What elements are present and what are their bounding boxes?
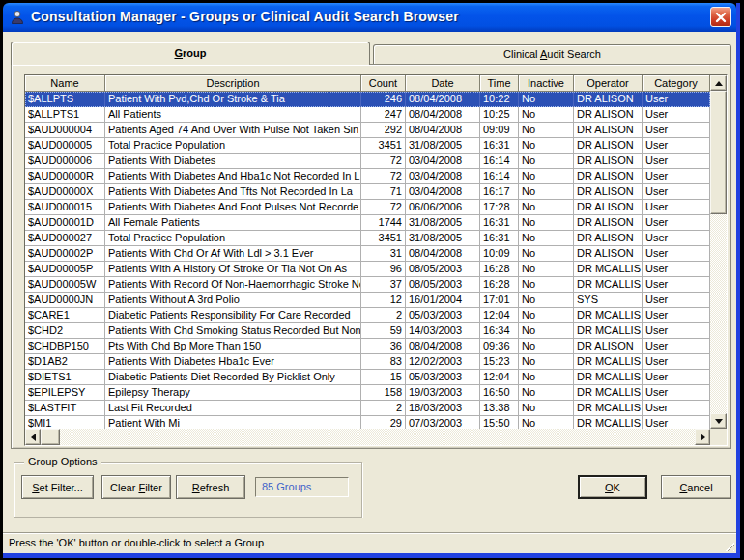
window-frame: Consultation Manager - Groups or Clinica… xyxy=(3,3,740,558)
clear-filter-button[interactable]: Clear Filter xyxy=(101,475,171,499)
cell-name: $AUD000005 xyxy=(25,138,105,154)
cell-time: 13:38 xyxy=(480,401,519,416)
cell-date: 03/04/2008 xyxy=(406,154,480,169)
refresh-button[interactable]: Refresh xyxy=(176,475,245,499)
cell-description: Patients With Chd Smoking Status Recorde… xyxy=(105,323,361,339)
cell-count: 158 xyxy=(361,385,406,401)
column-header-count[interactable]: Count xyxy=(361,75,406,92)
cell-operator: DR ALISON xyxy=(574,339,643,354)
resize-grip-icon[interactable] xyxy=(722,539,734,551)
table-row[interactable]: $ALLPTSPatient With Pvd,Chd Or Stroke & … xyxy=(25,92,710,107)
ok-button[interactable]: OK xyxy=(578,475,647,499)
cell-date: 05/03/2003 xyxy=(406,308,480,323)
table-row[interactable]: $ALLPTS1All Patients24708/04/200810:25No… xyxy=(25,107,710,123)
cell-inactive: No xyxy=(519,123,574,138)
cell-time: 16:31 xyxy=(480,138,519,154)
cell-date: 08/04/2008 xyxy=(406,123,480,138)
cell-category: User xyxy=(643,277,710,293)
table-row[interactable]: $AUD00005WPatients With Record Of Non-Ha… xyxy=(25,277,710,293)
cell-description: Patients With Diabetes Hba1c Ever xyxy=(105,354,361,370)
table-row[interactable]: $LASTFITLast Fit Recorded218/03/200313:3… xyxy=(25,401,710,416)
cell-operator: DR MCALLIS xyxy=(574,401,643,416)
table-row[interactable]: $CHD2Patients With Chd Smoking Status Re… xyxy=(25,323,710,339)
table-row[interactable]: $D1AB2Patients With Diabetes Hba1c Ever8… xyxy=(25,354,710,370)
vertical-scroll-thumb[interactable] xyxy=(710,91,727,214)
cell-name: $AUD00002P xyxy=(25,246,105,262)
close-button[interactable] xyxy=(710,7,731,27)
cell-name: $EPILEPSY xyxy=(25,385,105,401)
cell-inactive: No xyxy=(519,308,574,323)
table-row[interactable]: $AUD0000JNPatients Without A 3rd Polio12… xyxy=(25,293,710,308)
cell-time: 12:04 xyxy=(480,370,519,385)
cell-inactive: No xyxy=(519,416,574,429)
vertical-scrollbar[interactable] xyxy=(710,75,727,429)
set-filter-button[interactable]: Set Filter... xyxy=(21,475,94,499)
consultation-manager-window: Consultation Manager - Groups or Clinica… xyxy=(0,0,744,560)
column-header-date[interactable]: Date xyxy=(406,75,480,92)
cell-description: All Female Patients xyxy=(105,215,361,231)
cell-date: 31/08/2005 xyxy=(406,138,480,154)
tab-clinical-label-pre: Clinical xyxy=(503,48,540,60)
refresh-label-accel: R xyxy=(192,482,200,493)
titlebar[interactable]: Consultation Manager - Groups or Clinica… xyxy=(3,3,736,32)
cell-time: 10:25 xyxy=(480,107,519,123)
cell-time: 16:50 xyxy=(480,385,519,401)
cell-count: 3451 xyxy=(361,138,406,154)
table-row[interactable]: $AUD000006Patients With Diabetes7203/04/… xyxy=(25,154,710,169)
cell-date: 16/01/2004 xyxy=(406,293,480,308)
table-row[interactable]: $AUD00001DAll Female Patients174431/08/2… xyxy=(25,215,710,231)
cell-date: 31/08/2005 xyxy=(406,231,480,246)
cell-operator: DR MCALLIS xyxy=(574,262,643,277)
table-row[interactable]: $CHDBP150Pts With Chd Bp More Than 15036… xyxy=(25,339,710,354)
cell-operator: DR ALISON xyxy=(574,107,643,123)
cell-date: 18/03/2003 xyxy=(406,401,480,416)
cell-operator: DR ALISON xyxy=(574,92,643,107)
scroll-right-button[interactable] xyxy=(695,429,710,445)
table-row[interactable]: $AUD00000XPatients With Diabetes And Tft… xyxy=(25,184,710,200)
tab-clinical-audit-search[interactable]: Clinical Audit Search xyxy=(373,44,731,64)
cell-date: 07/03/2003 xyxy=(406,416,480,429)
cell-description: All Patients xyxy=(105,107,361,123)
cancel-button[interactable]: Cancel xyxy=(661,475,731,499)
table-row[interactable]: $AUD00005PPatients With A History Of Str… xyxy=(25,262,710,277)
column-header-time[interactable]: Time xyxy=(480,75,519,92)
tab-group[interactable]: Group xyxy=(11,42,370,65)
horizontal-scrollbar[interactable] xyxy=(25,429,710,445)
column-header-inactive[interactable]: Inactive xyxy=(519,75,574,92)
table-row[interactable]: $AUD000027Total Practice Population34513… xyxy=(25,231,710,246)
cell-time: 15:50 xyxy=(480,416,519,429)
table-row[interactable]: $MI1Patient With Mi2907/03/200315:50NoDR… xyxy=(25,416,710,429)
cell-date: 08/04/2008 xyxy=(406,92,480,107)
column-header-description[interactable]: Description xyxy=(105,75,361,92)
cell-inactive: No xyxy=(519,354,574,370)
table-row[interactable]: $AUD00002PPatients With Chd Or Af With L… xyxy=(25,246,710,262)
column-header-operator[interactable]: Operator xyxy=(574,75,643,92)
table-row[interactable]: $EPILEPSYEpilepsy Therapy15819/03/200316… xyxy=(25,385,710,401)
table-row[interactable]: $AUD000015Patients With Diabetes And Foo… xyxy=(25,200,710,215)
table-row[interactable]: $AUD00000RPatients With Diabetes And Hba… xyxy=(25,169,710,184)
cell-inactive: No xyxy=(519,323,574,339)
ok-label-accel: O xyxy=(605,482,614,493)
cell-description: Total Practice Population xyxy=(105,138,361,154)
cell-inactive: No xyxy=(519,339,574,354)
status-bar: Press the 'OK' button or double-click to… xyxy=(3,532,736,553)
table-row[interactable]: $DIETS1Diabetic Patients Diet Recorded B… xyxy=(25,370,710,385)
scroll-left-button[interactable] xyxy=(25,429,41,445)
cell-name: $AUD000015 xyxy=(25,200,105,215)
app-person-icon xyxy=(10,10,25,25)
table-row[interactable]: $CARE1Diabetic Patients Responsibility F… xyxy=(25,308,710,323)
cell-time: 09:36 xyxy=(480,339,519,354)
cell-operator: DR ALISON xyxy=(574,246,643,262)
table-row[interactable]: $AUD000004Patients Aged 74 And Over With… xyxy=(25,123,710,138)
column-header-category[interactable]: Category xyxy=(643,75,710,92)
cell-operator: DR MCALLIS xyxy=(574,385,643,401)
table-row[interactable]: $AUD000005Total Practice Population34513… xyxy=(25,138,710,154)
scroll-down-button[interactable] xyxy=(710,413,727,429)
horizontal-scroll-thumb[interactable] xyxy=(41,429,60,445)
cell-category: User xyxy=(643,308,710,323)
cell-operator: SYS xyxy=(574,293,643,308)
cell-category: User xyxy=(643,107,710,123)
scroll-up-button[interactable] xyxy=(710,75,727,91)
cell-name: $AUD0000JN xyxy=(25,293,105,308)
column-header-name[interactable]: Name xyxy=(25,75,105,92)
